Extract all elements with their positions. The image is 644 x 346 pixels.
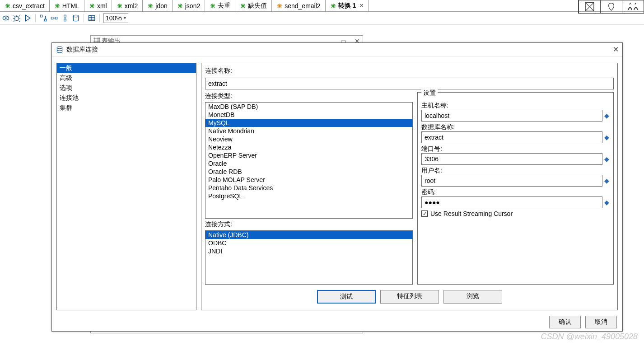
perspective-icons [578,0,644,14]
dialog-title-text: 数据库连接 [66,46,98,54]
nav-item[interactable]: 选项 [57,83,196,93]
transform-icon [5,3,11,9]
nav-panel: 一般高级选项连接池集群 [56,63,196,310]
streaming-checkbox-row[interactable]: ✓ Use Result Streaming Cursor [421,210,610,217]
tab-HTML[interactable]: HTML [50,0,84,11]
flow-icon-2[interactable] [50,14,58,22]
list-item[interactable]: Native (JDBC) [205,231,412,239]
bug-icon[interactable] [13,14,21,22]
separator [35,14,36,22]
tab-label: xml [97,2,107,9]
list-item[interactable]: Netezza [205,143,412,151]
zoom-combo[interactable]: 100% ▾ [103,13,128,23]
svg-point-12 [57,47,62,49]
perspective-icon-3[interactable] [622,0,644,13]
svg-rect-5 [51,17,53,19]
tab-label: json2 [185,2,200,9]
grid-icon[interactable] [88,14,96,22]
tab-xml2[interactable]: xml2 [112,0,143,11]
checkbox-icon[interactable]: ✓ [421,210,428,217]
tab-bar: csv_extractHTMLxmlxml2jdonjson2去重缺失值send… [0,0,644,12]
perspective-icon-2[interactable] [600,0,622,13]
variable-icon[interactable]: ◆ [603,134,610,140]
eye-icon[interactable] [2,14,10,22]
svg-rect-8 [64,19,66,21]
access-label: 连接方式: [205,220,413,229]
dialog-titlebar: 数据库连接 ✕ [52,43,622,56]
transform-icon [147,3,154,9]
database-icon [56,46,64,54]
tab-label: xml2 [125,2,138,9]
play-icon[interactable] [23,14,32,22]
perspective-icon-1[interactable] [579,0,600,13]
watermark: CSDN @weixin_49005028 [541,332,638,341]
list-item[interactable]: Neoview [205,135,412,143]
toolbar: 100% ▾ [0,12,644,24]
db-input[interactable] [421,131,602,143]
user-input[interactable] [421,175,602,187]
list-item[interactable]: OpenERP Server [205,151,412,159]
streaming-label: Use Result Streaming Cursor [430,210,513,217]
tab-去重[interactable]: 去重 [205,0,235,11]
user-label: 用户名: [421,167,610,175]
tab-label: jdon [155,2,167,9]
list-item[interactable]: MonetDB [205,111,412,119]
svg-rect-6 [55,17,57,19]
flow-icon-3[interactable] [61,14,69,22]
port-input[interactable] [421,153,602,165]
settings-group: 设置 主机名称: ◆ 数据库名称: ◆ [417,92,614,285]
variable-icon[interactable]: ◆ [603,156,610,162]
transform-icon [210,3,216,9]
transform-icon [89,3,95,9]
access-list[interactable]: Native (JDBC)ODBCJNDI [205,230,413,285]
tab-缺失值[interactable]: 缺失值 [235,0,272,11]
cancel-button[interactable]: 取消 [585,316,617,328]
tab-转换 1[interactable]: 转换 1✕ [326,0,369,11]
list-item[interactable]: Native Mondrian [205,127,412,135]
transform-icon [330,3,336,9]
svg-point-9 [73,15,78,17]
ok-button[interactable]: 确认 [549,316,581,328]
tab-label: 转换 1 [338,2,356,10]
list-item[interactable]: ODBC [205,239,412,247]
list-item[interactable]: Oracle RDB [205,168,412,176]
list-item[interactable]: Pentaho Data Services [205,184,412,192]
variable-icon[interactable]: ◆ [603,178,610,184]
password-label: 密码: [421,188,610,196]
variable-icon[interactable]: ◆ [603,199,610,206]
list-item[interactable]: Oracle [205,159,412,168]
transform-icon [276,3,283,9]
list-item[interactable]: Palo MOLAP Server [205,176,412,184]
tab-send_email2[interactable]: send_email2 [272,0,325,11]
browse-button[interactable]: 浏览 [443,290,502,304]
nav-item[interactable]: 连接池 [57,93,196,103]
tab-json2[interactable]: json2 [173,0,205,11]
test-button[interactable]: 测试 [317,290,376,304]
host-input[interactable] [421,110,602,122]
tab-label: 去重 [218,2,230,10]
separator [99,14,100,22]
tab-csv_extract[interactable]: csv_extract [0,0,50,11]
content-panel: 连接名称: 连接类型: MaxDB (SAP DB)MonetDBMySQLNa… [201,63,618,310]
list-item[interactable]: JNDI [205,247,412,255]
list-item[interactable]: MySQL [205,119,412,127]
db-icon[interactable] [72,14,80,22]
settings-legend: 设置 [421,89,438,97]
list-item[interactable]: PostgreSQL [205,192,412,200]
connection-type-list[interactable]: MaxDB (SAP DB)MonetDBMySQLNative Mondria… [205,102,413,219]
features-button[interactable]: 特征列表 [380,290,439,304]
svg-rect-3 [40,15,42,17]
nav-item[interactable]: 集群 [57,103,196,113]
close-icon[interactable]: ✕ [613,45,619,54]
close-icon[interactable]: ✕ [359,3,364,9]
connection-name-input[interactable] [205,78,614,89]
transform-icon [54,3,61,9]
nav-item[interactable]: 一般 [57,63,196,73]
variable-icon[interactable]: ◆ [603,112,610,119]
tab-xml[interactable]: xml [84,0,112,11]
flow-icon-1[interactable] [39,14,47,22]
list-item[interactable]: MaxDB (SAP DB) [205,103,412,111]
password-input[interactable] [421,196,602,208]
tab-jdon[interactable]: jdon [143,0,172,11]
nav-item[interactable]: 高级 [57,73,196,83]
